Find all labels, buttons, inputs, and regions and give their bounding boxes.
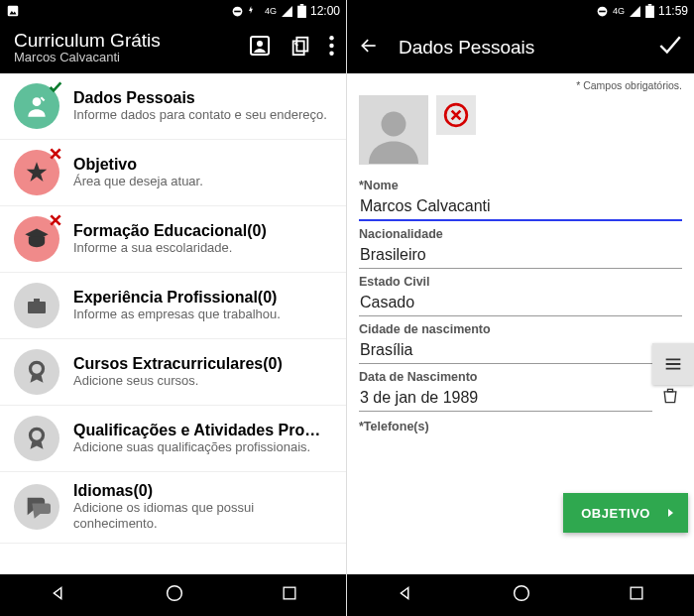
- list-item[interactable]: Qualificações e Atividades Pro…Adicione …: [0, 406, 346, 472]
- svg-rect-18: [284, 587, 295, 599]
- network-label: 4G: [613, 6, 625, 16]
- section-icon: [14, 83, 59, 129]
- marital-field[interactable]: [359, 289, 682, 316]
- delete-photo-button[interactable]: [436, 95, 476, 135]
- section-title: Dados Pessoais: [73, 89, 332, 107]
- svg-point-11: [329, 44, 333, 48]
- required-note: * Campos obrigatórios.: [359, 79, 682, 91]
- phone-label: *Telefone(s): [359, 420, 682, 433]
- svg-rect-22: [648, 4, 652, 6]
- avatar-placeholder[interactable]: [359, 95, 428, 165]
- list-item[interactable]: Dados PessoaisInforme dados para contato…: [0, 73, 346, 140]
- list-item[interactable]: Idiomas(0)Adicione os idiomas que possui…: [0, 472, 346, 544]
- svg-point-23: [382, 112, 406, 137]
- battery-icon: [645, 4, 654, 18]
- navbar-left: [0, 574, 346, 616]
- section-subtitle: Adicione seus cursos.: [73, 373, 332, 389]
- section-subtitle: Adicione os idiomas que possui conhecime…: [73, 500, 332, 533]
- nav-recent-icon[interactable]: [280, 583, 299, 607]
- section-subtitle: Informe a sua escolaridade.: [73, 240, 332, 256]
- section-title: Formação Educacional(0): [73, 222, 332, 240]
- signal-icon: [281, 5, 293, 18]
- screen-title: Dados Pessoais: [399, 37, 636, 59]
- next-button-label: OBJETIVO: [581, 506, 650, 521]
- phone-4g-icon: [248, 5, 261, 18]
- statusbar-right: 4G 11:59: [347, 0, 694, 22]
- svg-point-16: [31, 429, 44, 441]
- section-title: Cursos Extracurriculares(0): [73, 355, 332, 373]
- section-title: Objetivo: [73, 156, 332, 174]
- app-title: Curriculum Grátis: [14, 30, 161, 52]
- signal-icon: [629, 5, 641, 18]
- side-menu-button[interactable]: [652, 343, 694, 385]
- marital-label: Estado Civil: [359, 275, 682, 289]
- svg-point-17: [167, 586, 181, 601]
- section-icon: [14, 416, 59, 461]
- svg-point-12: [329, 52, 333, 56]
- navbar-right: [347, 574, 694, 616]
- name-field[interactable]: [359, 192, 682, 221]
- appbar-right: Dados Pessoais: [347, 22, 694, 73]
- nav-back-icon[interactable]: [395, 582, 416, 608]
- svg-rect-5: [300, 4, 304, 6]
- copy-action-icon[interactable]: [289, 35, 311, 61]
- overflow-menu-icon[interactable]: [329, 36, 334, 60]
- phone-right: 4G 11:59 Dados Pessoais * Campos obrigat…: [347, 0, 694, 616]
- section-icon: [14, 216, 59, 262]
- svg-rect-26: [631, 587, 642, 599]
- section-icon: [14, 150, 59, 195]
- form-area: * Campos obrigatórios. *Nome Nacionalida…: [347, 73, 694, 574]
- svg-rect-0: [8, 6, 19, 17]
- birthcity-field[interactable]: [359, 336, 682, 364]
- next-button[interactable]: OBJETIVO: [563, 493, 688, 533]
- nationality-field[interactable]: [359, 241, 682, 269]
- list-item[interactable]: Cursos Extracurriculares(0)Adicione seus…: [0, 339, 346, 406]
- section-icon: [14, 349, 59, 395]
- section-icon: [14, 484, 59, 530]
- dnd-icon: [231, 5, 244, 18]
- image-icon: [6, 4, 20, 18]
- clear-date-icon[interactable]: [658, 384, 682, 408]
- section-subtitle: Área que deseja atuar.: [73, 174, 332, 189]
- confirm-icon[interactable]: [656, 33, 682, 62]
- svg-rect-21: [645, 6, 654, 18]
- profile-action-icon[interactable]: [248, 34, 272, 62]
- section-title: Experiência Profissional(0): [73, 289, 332, 307]
- svg-point-25: [515, 586, 529, 601]
- nav-home-icon[interactable]: [164, 582, 185, 608]
- section-title: Qualificações e Atividades Pro…: [73, 422, 332, 439]
- svg-rect-20: [599, 10, 606, 12]
- nav-back-icon[interactable]: [48, 582, 69, 608]
- clock-right: 11:59: [658, 4, 688, 18]
- birthcity-label: Cidade de nascimento: [359, 322, 682, 336]
- nav-recent-icon[interactable]: [627, 583, 646, 607]
- phone-left: 4G 12:00 Curriculum Grátis Marcos Calvac…: [0, 0, 347, 616]
- section-subtitle: Adicione suas qualificações profissionai…: [73, 439, 332, 455]
- svg-point-13: [33, 97, 42, 106]
- section-subtitle: Informe dados para contato e seu endereç…: [73, 107, 332, 123]
- statusbar-left: 4G 12:00: [0, 0, 346, 22]
- back-icon[interactable]: [359, 36, 379, 60]
- dob-field[interactable]: [359, 384, 652, 412]
- svg-rect-4: [297, 6, 306, 18]
- svg-point-15: [31, 362, 44, 375]
- list-item[interactable]: Experiência Profissional(0)Informe as em…: [0, 273, 346, 339]
- battery-icon: [297, 4, 306, 18]
- app-subtitle: Marcos Calvacanti: [14, 51, 161, 65]
- dnd-icon: [596, 5, 609, 18]
- network-label: 4G: [265, 6, 277, 16]
- list-item[interactable]: Formação Educacional(0)Informe a sua esc…: [0, 206, 346, 273]
- nav-home-icon[interactable]: [511, 582, 532, 608]
- svg-rect-8: [296, 38, 307, 52]
- svg-rect-14: [28, 302, 46, 313]
- section-list: Dados PessoaisInforme dados para contato…: [0, 73, 346, 574]
- name-label: *Nome: [359, 179, 682, 192]
- section-icon: [14, 283, 59, 328]
- svg-point-10: [329, 36, 333, 40]
- dob-label: Data de Nascimento: [359, 370, 682, 384]
- svg-rect-3: [234, 10, 241, 12]
- section-subtitle: Informe as empresas que trabalhou.: [73, 307, 332, 322]
- clock-left: 12:00: [310, 4, 340, 18]
- section-title: Idiomas(0): [73, 482, 332, 500]
- list-item[interactable]: ObjetivoÁrea que deseja atuar.: [0, 140, 346, 206]
